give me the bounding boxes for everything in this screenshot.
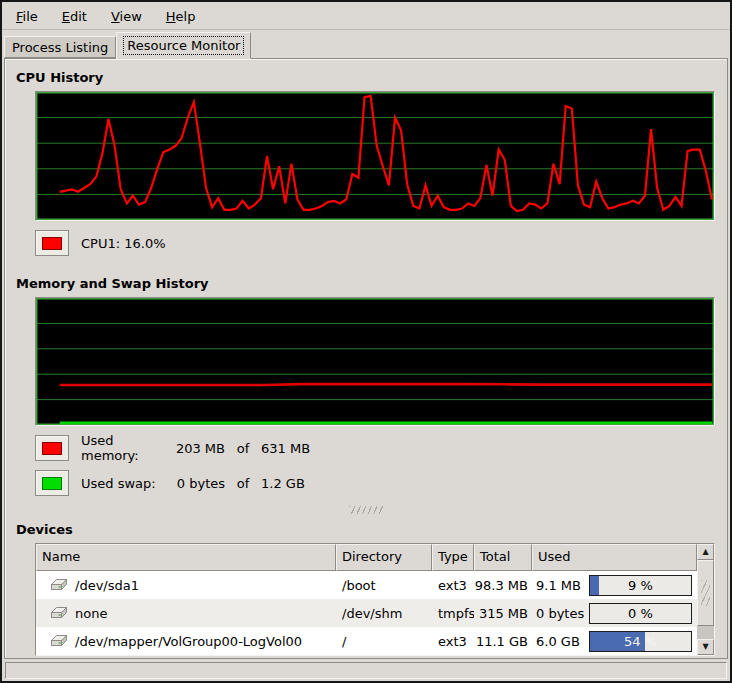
cell-type: ext3 [432, 578, 474, 593]
device-name: /dev/mapper/VolGroup00-LogVol00 [75, 634, 302, 649]
column-header-used[interactable]: Used [532, 544, 697, 571]
cpu-usage-label: CPU1: 16.0% [81, 236, 166, 251]
column-header-total[interactable]: Total [474, 544, 532, 571]
usage-bar: 54 % [589, 631, 692, 652]
memory-color-swatch [42, 442, 62, 455]
cell-total: 315 MB [474, 606, 532, 621]
resource-monitor-panel: CPU History CPU1: 16.0% Memory and Swap … [4, 58, 728, 659]
cell-directory: /dev/shm [336, 606, 432, 621]
cell-total: 11.1 GB [474, 634, 532, 649]
system-monitor-window: FileEditViewHelp Process Listing Resourc… [0, 0, 732, 683]
scrollbar-thumb[interactable] [697, 560, 714, 626]
devices-table: NameDirectoryTypeTotalUsed /dev/sda1/boo… [35, 543, 715, 656]
cell-type: tmpfs [432, 606, 474, 621]
memory-label: Used memory: [81, 433, 173, 463]
memory-of-text: of [225, 441, 261, 456]
cell-type: ext3 [432, 634, 474, 649]
tab-resource-monitor[interactable]: Resource Monitor [116, 32, 251, 59]
used-value: 0 bytes [536, 606, 584, 621]
usage-percent: 0 % [590, 604, 691, 623]
device-name: none [75, 606, 107, 621]
menubar: FileEditViewHelp [2, 4, 730, 30]
table-row[interactable]: /dev/mapper/VolGroup00-LogVol00/ext311.1… [36, 627, 697, 655]
cpu-history-title: CPU History [16, 70, 727, 87]
pane-resize-grip[interactable] [349, 506, 383, 514]
menu-file[interactable]: File [6, 6, 48, 27]
cell-name: /dev/mapper/VolGroup00-LogVol00 [36, 634, 336, 649]
disk-drive-icon [50, 578, 68, 592]
menu-help[interactable]: Help [156, 6, 206, 27]
memory-used-value: 203 MB [173, 441, 225, 456]
memory-color-button[interactable] [35, 435, 69, 461]
swap-legend-row: Used swap: 0 bytes of 1.2 GB [35, 470, 727, 496]
usage-percent: 54 % [590, 632, 691, 651]
memory-swap-graph [35, 297, 715, 426]
disk-drive-icon [50, 634, 68, 648]
devices-table-body: /dev/sda1/bootext398.3 MB9.1 MB9 %none/d… [36, 571, 697, 655]
swap-used-value: 0 bytes [173, 476, 225, 491]
tab-label: Resource Monitor [124, 37, 243, 54]
memory-total-value: 631 MB [261, 441, 310, 456]
cpu-legend: CPU1: 16.0% [35, 230, 727, 256]
swap-color-button[interactable] [35, 470, 69, 496]
swap-color-swatch [42, 477, 62, 490]
devices-table-header: NameDirectoryTypeTotalUsed [36, 544, 697, 571]
column-header-directory[interactable]: Directory [336, 544, 432, 571]
menu-view[interactable]: View [101, 6, 152, 27]
used-value: 9.1 MB [536, 578, 581, 593]
scroll-down-button[interactable]: ▼ [697, 639, 714, 655]
table-row[interactable]: none/dev/shmtmpfs315 MB0 bytes0 % [36, 599, 697, 627]
vertical-scrollbar[interactable]: ▲ ▼ [697, 544, 714, 655]
cell-used: 0 bytes0 % [532, 603, 697, 624]
cell-directory: /boot [336, 578, 432, 593]
devices-title: Devices [16, 522, 727, 539]
cell-used: 6.0 GB54 % [532, 631, 697, 652]
swap-total-value: 1.2 GB [261, 476, 305, 491]
cpu-history-graph [35, 91, 715, 221]
disk-drive-icon [50, 606, 68, 620]
cell-name: none [36, 606, 336, 621]
cell-name: /dev/sda1 [36, 578, 336, 593]
usage-percent: 9 % [590, 576, 691, 595]
swap-of-text: of [225, 476, 261, 491]
memory-history-title: Memory and Swap History [16, 276, 727, 293]
cell-directory: / [336, 634, 432, 649]
statusbar [5, 662, 727, 679]
device-name: /dev/sda1 [75, 578, 139, 593]
tab-process-listing[interactable]: Process Listing [4, 36, 116, 58]
tab-bar: Process Listing Resource Monitor [2, 30, 730, 58]
used-value: 6.0 GB [536, 634, 580, 649]
column-header-name[interactable]: Name [36, 544, 336, 571]
menu-edit[interactable]: Edit [52, 6, 97, 27]
table-row[interactable]: /dev/sda1/bootext398.3 MB9.1 MB9 % [36, 571, 697, 599]
scrollbar-grip-icon [701, 580, 710, 606]
scrollbar-trough[interactable] [697, 626, 714, 639]
memory-legend-row: Used memory: 203 MB of 631 MB [35, 435, 727, 461]
usage-bar: 9 % [589, 575, 692, 596]
usage-bar: 0 % [589, 603, 692, 624]
cell-used: 9.1 MB9 % [532, 575, 697, 596]
swap-label: Used swap: [81, 476, 173, 491]
tab-label: Process Listing [12, 40, 108, 55]
cell-total: 98.3 MB [474, 578, 532, 593]
cpu-color-swatch [42, 237, 62, 250]
scroll-up-button[interactable]: ▲ [697, 544, 714, 560]
cpu-color-button[interactable] [35, 230, 69, 256]
column-header-type[interactable]: Type [432, 544, 474, 571]
